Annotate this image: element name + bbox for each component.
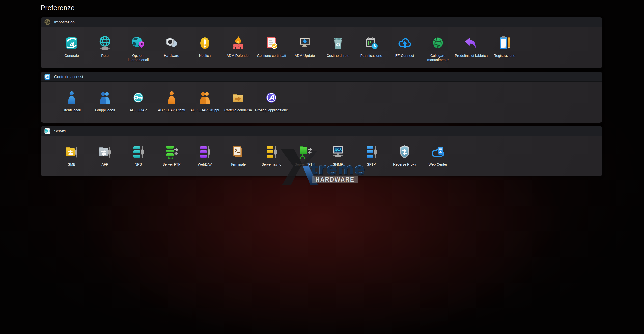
- app-collegare-manualmente[interactable]: Collegare manualmente: [421, 35, 455, 62]
- server-stack-teal-icon: [130, 144, 146, 160]
- app-utenti-locali[interactable]: Utenti locali: [55, 90, 88, 112]
- app-label: Privilegi applicazione: [251, 108, 291, 112]
- app-predefiniti-di-fabbrica[interactable]: Predefiniti di fabbrica: [455, 35, 488, 58]
- panel-controllo-accessi: Controllo accessi Utenti locali Gruppi l…: [41, 72, 602, 123]
- key-circle-icon: [130, 90, 146, 106]
- metal-nut-icon: [163, 35, 180, 51]
- app-sftp[interactable]: SFTP: [355, 144, 388, 167]
- section-header-controllo-accessi: Controllo accessi: [41, 72, 602, 82]
- section-title: Controllo accessi: [54, 74, 83, 79]
- user-orange-icon: [163, 90, 180, 106]
- green-web-globe-icon: [430, 35, 446, 51]
- app-adm-defender[interactable]: ADM Defender: [221, 35, 255, 58]
- panel-impostazioni: Impostazioni a Generale Rete Opzioni int…: [41, 17, 602, 68]
- shared-folder-arrow-icon: [230, 90, 246, 106]
- app-rete[interactable]: Rete: [88, 35, 122, 58]
- cloud-server-icon: [430, 144, 446, 160]
- app-server-rsync[interactable]: Server rsync: [255, 144, 288, 167]
- watermark-hardware-bar: HARDWARE: [312, 176, 358, 183]
- folder-transfer-gray-icon: [97, 144, 113, 160]
- certificate-check-icon: [263, 35, 279, 51]
- app-generale[interactable]: a Generale: [55, 35, 88, 58]
- firewall-flame-icon: [230, 35, 246, 51]
- app-cestino-di-rete[interactable]: ♻ Cestino di rete: [321, 35, 355, 58]
- svg-text:a: a: [69, 39, 74, 47]
- app-web-center[interactable]: Web Center: [421, 144, 455, 167]
- app-smb[interactable]: SMB: [55, 144, 88, 167]
- app-gruppi-locali[interactable]: Gruppi locali: [88, 90, 122, 112]
- app-label: Web Center: [418, 162, 458, 167]
- server-stack-blue-icon: [363, 144, 379, 160]
- monitor-update-icon: [297, 35, 313, 51]
- gear-icon: [44, 19, 51, 25]
- app-server-ftp[interactable]: Server FTP: [155, 144, 188, 167]
- watermark-hardware-text: HARDWARE: [315, 176, 354, 183]
- app-notifica[interactable]: Notifica: [188, 35, 221, 58]
- globe-pin-icon: [130, 35, 146, 51]
- calendar-clock-icon: [363, 35, 379, 51]
- network-recycle-bin-icon: ♻: [330, 35, 346, 51]
- svg-text:♻: ♻: [335, 41, 341, 48]
- app-hardware[interactable]: Hardware: [155, 35, 188, 58]
- page-title: Preferenze: [41, 4, 75, 12]
- controllo-accessi-grid: Utenti locali Gruppi locali AD / LDAP AD…: [41, 82, 602, 112]
- undo-arrow-icon: [463, 35, 479, 51]
- impostazioni-grid: a Generale Rete Opzioni internazionali: [41, 27, 602, 62]
- users-blue-icon: [97, 90, 113, 106]
- app-nfs[interactable]: NFS: [122, 144, 155, 167]
- app-terminale[interactable]: Terminale: [221, 144, 255, 167]
- server-stack-purple-icon: [197, 144, 213, 160]
- folder-network-green-icon: [297, 144, 313, 160]
- app-pianificazione[interactable]: Pianificazione: [355, 35, 388, 58]
- app-gestione-certificati[interactable]: Gestione certificati: [255, 35, 288, 58]
- users-orange-icon: [197, 90, 213, 106]
- app-opzioni-internazionali[interactable]: Opzioni internazionali: [122, 35, 155, 62]
- app-ad-ldap[interactable]: AD / LDAP: [122, 90, 155, 112]
- app-privilegi-applicazione[interactable]: A Privilegi applicazione: [255, 90, 288, 112]
- alert-icon: [197, 35, 213, 51]
- monitor-waveform-icon: [330, 144, 346, 160]
- app-snmp[interactable]: SNMP: [321, 144, 355, 167]
- globe-network-icon: [97, 35, 113, 51]
- clipboard-pencil-icon: [496, 35, 513, 51]
- app-webdav[interactable]: WebDAV: [188, 144, 221, 167]
- app-adm-update[interactable]: ADM Update: [288, 35, 321, 58]
- preferences-screen: Preferenze Impostazioni a Generale Rete: [0, 0, 644, 334]
- app-reverse-proxy[interactable]: Reverse Proxy: [388, 144, 421, 167]
- panel-servizi: Servizi SMB AFP NFS: [41, 126, 602, 176]
- servizi-grid: SMB AFP NFS Server FTP: [41, 136, 602, 167]
- app-cartelle-condivisa[interactable]: Cartelle condivisa: [221, 90, 255, 112]
- app-ad-ldap-utenti[interactable]: AD / LDAP Utenti: [155, 90, 188, 112]
- app-registrazione[interactable]: Registrazione: [488, 35, 521, 58]
- app-label: Registrazione: [485, 54, 524, 58]
- section-title: Impostazioni: [54, 20, 75, 24]
- server-stack-yellow-icon: [263, 144, 279, 160]
- asustor-logo-icon: a: [64, 35, 80, 51]
- network-nodes-icon: [44, 128, 51, 134]
- app-afp[interactable]: AFP: [88, 144, 122, 167]
- app-privileges-icon: A: [263, 90, 279, 106]
- terminal-prompt-icon: [230, 144, 246, 160]
- folder-transfer-yellow-icon: [64, 144, 80, 160]
- app-ad-ldap-gruppi[interactable]: AD / LDAP Gruppi: [188, 90, 221, 112]
- app-ez-connect[interactable]: EZ-Connect: [388, 35, 421, 58]
- shield-swap-icon: [397, 144, 413, 160]
- section-header-impostazioni: Impostazioni: [41, 17, 602, 27]
- svg-text:A: A: [269, 94, 274, 101]
- server-stack-green-network-icon: [163, 144, 180, 160]
- cloud-upload-icon: [397, 35, 413, 51]
- section-header-servizi: Servizi: [41, 126, 602, 136]
- app-server-tftp[interactable]: Server TFTP: [288, 144, 321, 167]
- section-title: Servizi: [54, 129, 66, 133]
- user-blue-icon: [64, 90, 80, 106]
- id-badge-icon: [44, 73, 51, 80]
